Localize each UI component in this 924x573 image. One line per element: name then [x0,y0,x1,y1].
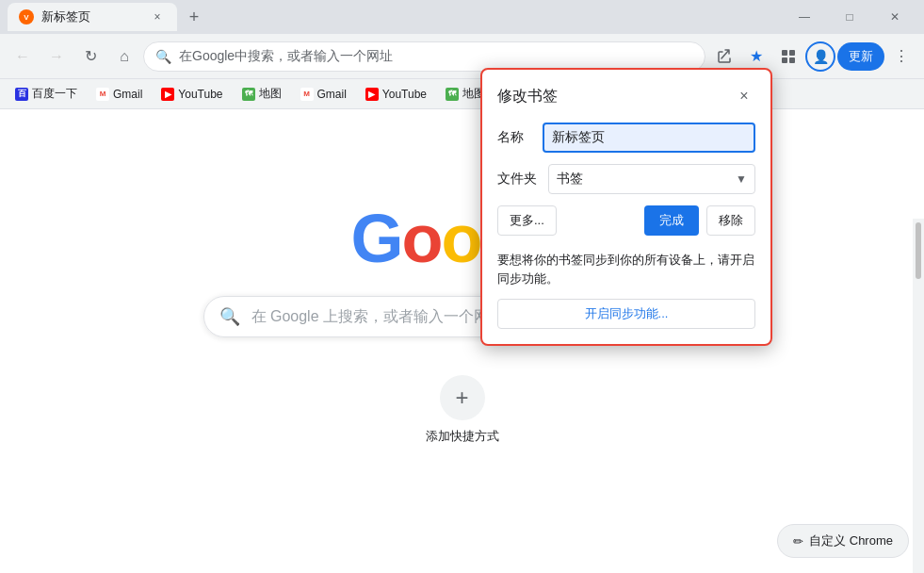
svg-text:V: V [24,13,29,22]
address-input-wrap[interactable]: 🔍 在Google中搜索，或者输入一个网址 [143,41,705,72]
sync-message: 要想将你的书签同步到你的所有设备上，请开启同步功能。 [497,251,755,287]
dialog-title: 修改书签 [497,87,558,106]
add-shortcut-area: + 添加快捷方式 [426,375,499,445]
new-tab-button[interactable]: + [181,4,207,30]
bookmark-label-baidu: 百度一下 [32,86,77,102]
tab-title: 新标签页 [41,8,141,25]
bookmark-dialog: 修改书签 × 名称 文件夹 书签 ▼ 更多... 完成 移除 要想将你的书签同步… [480,68,772,346]
customize-chrome-label: 自定义 Chrome [809,532,893,549]
add-shortcut-label: 添加快捷方式 [426,428,499,445]
dialog-name-label: 名称 [497,129,531,146]
dialog-header: 修改书签 × [497,85,755,107]
bookmark-label-gmail-1: Gmail [113,88,142,101]
minimize-button[interactable]: — [783,3,826,31]
title-bar: V 新标签页 × + — □ ✕ [0,0,924,34]
maximize-button[interactable]: □ [828,3,871,31]
bookmark-label-maps-1: 地图 [259,86,282,102]
folder-dropdown-icon: ▼ [736,172,747,186]
bookmark-favicon-youtube-2: ▶ [365,88,379,101]
scrollbar-thumb[interactable] [916,222,921,279]
address-search-icon: 🔍 [155,49,171,64]
dialog-folder-select[interactable]: 书签 ▼ [548,164,755,194]
customize-chrome-icon: ✏ [793,534,803,548]
bookmarks-bar: 百 百度一下 M Gmail ▶ YouTube 🗺 地图 M Gmail ▶ … [0,79,924,109]
remove-button[interactable]: 移除 [706,205,755,236]
avatar-button[interactable]: 👤 [805,41,835,72]
back-button[interactable]: ← [8,41,38,72]
address-bar: ← → ↻ ⌂ 🔍 在Google中搜索，或者输入一个网址 ★ 👤 更新 ⋮ [0,34,924,79]
extension-button[interactable] [773,41,803,72]
bookmark-label-youtube-1: YouTube [178,88,222,101]
more-button[interactable]: 更多... [497,205,557,236]
bookmark-favicon-maps-2: 🗺 [446,88,459,101]
logo-o2: o [441,201,480,276]
forward-button[interactable]: → [41,41,72,72]
dialog-name-field: 名称 [497,123,755,153]
toolbar-icons: ★ 👤 更新 ⋮ [709,41,916,72]
address-input[interactable]: 在Google中搜索，或者输入一个网址 [179,48,693,65]
bookmark-favicon-baidu: 百 [15,88,28,101]
avatar-icon: 👤 [813,49,829,64]
reload-button[interactable]: ↻ [75,41,105,72]
dialog-name-input[interactable] [543,123,755,153]
bookmark-baidu[interactable]: 百 百度一下 [8,82,85,106]
svg-rect-4 [782,57,787,63]
svg-rect-5 [789,57,795,63]
scrollbar[interactable] [913,219,924,573]
logo-o1: o [402,201,442,276]
bookmark-favicon-youtube-1: ▶ [161,88,174,101]
svg-rect-2 [782,50,787,56]
sync-link-text: 开启同步功能... [585,305,669,322]
close-button[interactable]: ✕ [873,3,916,31]
bookmark-gmail-1[interactable]: M Gmail [89,84,150,105]
svg-rect-3 [789,50,795,56]
add-shortcut-button[interactable]: + [440,375,485,420]
bookmark-maps-1[interactable]: 🗺 地图 [235,82,289,106]
dialog-folder-label: 文件夹 [497,171,537,188]
done-button[interactable]: 完成 [644,205,699,236]
bookmark-youtube-1[interactable]: ▶ YouTube [154,84,230,105]
bookmark-gmail-2[interactable]: M Gmail [293,84,354,105]
menu-button[interactable]: ⋮ [886,41,916,72]
sync-link-button[interactable]: 开启同步功能... [497,299,755,329]
page-content: Google 🔍 在 Google 上搜索，或者输入一个网址 🎤 + 添加快捷方… [0,109,924,573]
bookmark-favicon-maps-1: 🗺 [242,88,255,101]
browser-tab[interactable]: V 新标签页 × [8,3,177,31]
bookmark-label-gmail-2: Gmail [317,88,347,101]
bookmark-star-button[interactable]: ★ [741,41,771,72]
bookmark-favicon-gmail-1: M [96,88,109,101]
tab-favicon: V [19,9,34,25]
update-button[interactable]: 更新 [837,42,884,71]
home-button[interactable]: ⌂ [109,41,139,72]
search-icon: 🔍 [219,306,240,327]
tab-close-button[interactable]: × [149,8,166,25]
dialog-close-button[interactable]: × [733,85,755,107]
bookmark-youtube-2[interactable]: ▶ YouTube [358,84,434,105]
dialog-folder-value: 书签 [557,171,583,188]
bookmark-favicon-gmail-2: M [300,88,314,101]
share-button[interactable] [709,41,739,72]
bookmark-label-youtube-2: YouTube [382,88,427,101]
window-controls: — □ ✕ [783,3,916,31]
dialog-folder-field: 文件夹 书签 ▼ [497,164,755,194]
logo-g1: G [350,201,401,276]
customize-chrome-button[interactable]: ✏ 自定义 Chrome [777,524,909,558]
dialog-actions: 更多... 完成 移除 [497,205,755,236]
